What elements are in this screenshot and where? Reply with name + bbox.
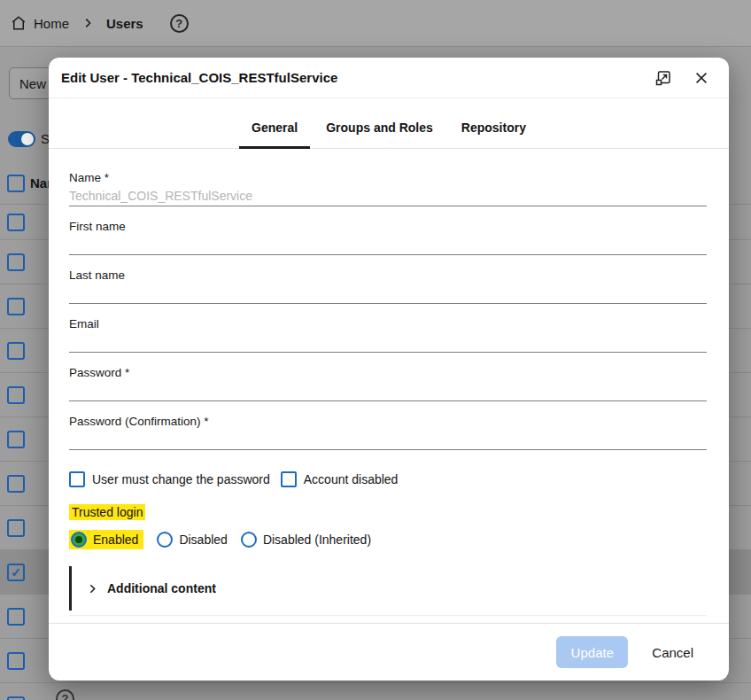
breadcrumb: Home Users ?: [0, 0, 751, 47]
dialog-title: Edit User - Technical_COIS_RESTfulServic…: [61, 70, 654, 85]
radio-button[interactable]: [71, 532, 87, 548]
email-field-label: Email: [69, 317, 707, 333]
row-checkbox-checked[interactable]: ✓: [7, 564, 25, 581]
additional-content-expander[interactable]: Additional content: [69, 566, 707, 611]
first-name-input[interactable]: [69, 236, 707, 255]
last-name-input[interactable]: [69, 284, 707, 304]
select-all-checkbox[interactable]: [7, 175, 25, 192]
password-confirmation-field-label: Password (Confirmation) *: [69, 415, 707, 431]
toggle-knob: [21, 133, 34, 145]
row-checkbox[interactable]: [7, 475, 25, 493]
email-input[interactable]: [69, 333, 707, 353]
table-row[interactable]: [0, 682, 751, 700]
divider: [69, 615, 707, 616]
tab-general[interactable]: General: [239, 121, 310, 148]
dialog-tabs: General Groups and Roles Repository: [49, 98, 729, 149]
radio-label: Enabled: [93, 533, 138, 547]
filter-toggle[interactable]: [8, 131, 35, 147]
tab-repository[interactable]: Repository: [449, 121, 538, 148]
must-change-password-checkbox[interactable]: User must change the password: [69, 471, 270, 487]
first-name-field: First name: [69, 220, 707, 255]
checkbox-label: Account disabled: [304, 472, 399, 486]
account-disabled-checkbox[interactable]: Account disabled: [281, 471, 399, 487]
row-checkbox[interactable]: [7, 386, 25, 404]
radio-label: Disabled (Inherited): [263, 533, 371, 547]
last-name-field: Last name: [69, 268, 707, 304]
trusted-login-label: Trusted login: [69, 504, 145, 520]
tab-groups-and-roles[interactable]: Groups and Roles: [314, 121, 445, 148]
close-icon[interactable]: [693, 70, 709, 86]
cancel-button[interactable]: Cancel: [652, 645, 693, 660]
password-field: Password *: [69, 366, 707, 401]
update-button[interactable]: Update: [556, 636, 628, 668]
help-icon[interactable]: ?: [170, 14, 189, 33]
password-confirmation-input[interactable]: [69, 431, 707, 450]
radio-disabled-inherited[interactable]: Disabled (Inherited): [241, 532, 371, 548]
dialog-footer: Update Cancel: [49, 623, 729, 681]
chevron-right-icon: [81, 17, 94, 29]
row-checkbox[interactable]: [7, 431, 25, 448]
row-checkbox[interactable]: [7, 214, 25, 231]
additional-content-label: Additional content: [107, 581, 216, 595]
radio-enabled[interactable]: Enabled: [69, 530, 143, 549]
dialog-body: Name * Technical_COIS_RESTfulService Fir…: [49, 149, 729, 623]
radio-button[interactable]: [241, 532, 257, 548]
breadcrumb-current: Users: [106, 16, 143, 31]
radio-disabled[interactable]: Disabled: [157, 532, 227, 548]
row-checkbox[interactable]: [7, 253, 25, 271]
password-input[interactable]: [69, 382, 707, 401]
row-checkbox[interactable]: [7, 696, 25, 700]
name-input[interactable]: Technical_COIS_RESTfulService: [69, 187, 707, 206]
checkbox-label: User must change the password: [92, 472, 270, 486]
row-checkbox[interactable]: [7, 519, 25, 537]
checkbox-box[interactable]: [69, 471, 85, 487]
breadcrumb-home[interactable]: Home: [34, 16, 69, 31]
name-field: Name * Technical_COIS_RESTfulService: [69, 171, 707, 206]
radio-label: Disabled: [179, 533, 227, 547]
expand-dialog-icon[interactable]: [654, 69, 672, 87]
first-name-field-label: First name: [69, 220, 707, 236]
password-confirmation-field: Password (Confirmation) *: [69, 415, 707, 450]
dialog-header: Edit User - Technical_COIS_RESTfulServic…: [49, 58, 729, 98]
home-icon[interactable]: [11, 15, 27, 31]
account-options-row: User must change the password Account di…: [69, 471, 707, 487]
row-checkbox[interactable]: [7, 342, 25, 360]
trusted-login-options: Enabled Disabled Disabled (Inherited): [69, 530, 707, 549]
last-name-field-label: Last name: [69, 268, 707, 284]
name-field-label: Name *: [69, 171, 707, 187]
trusted-login-section: Trusted login: [69, 504, 707, 520]
email-field: Email: [69, 317, 707, 353]
password-field-label: Password *: [69, 366, 707, 382]
row-checkbox[interactable]: [7, 298, 25, 315]
chevron-right-icon: [87, 583, 98, 595]
radio-button[interactable]: [157, 532, 173, 548]
row-checkbox[interactable]: [7, 608, 25, 626]
row-checkbox[interactable]: [7, 652, 25, 670]
checkbox-box[interactable]: [281, 471, 297, 487]
edit-user-dialog: Edit User - Technical_COIS_RESTfulServic…: [49, 58, 729, 681]
